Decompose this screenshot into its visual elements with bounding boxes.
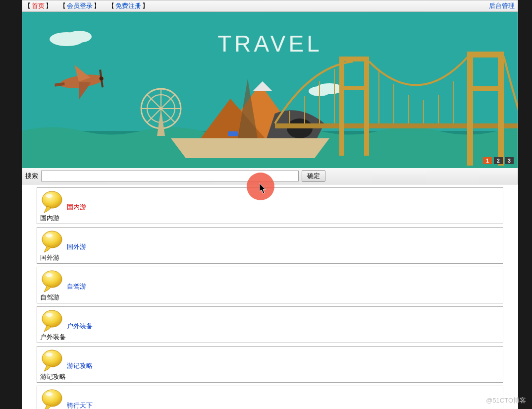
category-item: 游记攻略 游记攻略 bbox=[37, 346, 503, 383]
category-link[interactable]: 游记攻略 bbox=[67, 361, 93, 370]
chat-bubble-icon bbox=[40, 349, 65, 372]
svg-point-49 bbox=[46, 273, 53, 277]
category-link[interactable]: 国内游 bbox=[67, 203, 86, 212]
chat-bubble-icon bbox=[40, 309, 65, 333]
nav-left: 【首页】 【会员登录】 【免费注册】 bbox=[24, 1, 488, 10]
nav-admin[interactable]: 后台管理 bbox=[489, 2, 515, 9]
banner-title: TRAVEL bbox=[217, 31, 322, 57]
search-bar: 搜索 确定 bbox=[22, 168, 518, 184]
svg-point-48 bbox=[42, 271, 62, 288]
svg-rect-31 bbox=[498, 52, 504, 166]
watermark: @51CTO博客 bbox=[486, 396, 526, 405]
svg-point-3 bbox=[67, 31, 92, 43]
page-root: 【首页】 【会员登录】 【免费注册】 后台管理 bbox=[0, 0, 532, 409]
svg-rect-26 bbox=[339, 57, 344, 156]
banner-page-1[interactable]: 1 bbox=[483, 157, 492, 164]
svg-rect-27 bbox=[364, 57, 369, 156]
svg-point-54 bbox=[42, 390, 62, 407]
svg-rect-32 bbox=[467, 52, 504, 58]
nav-login[interactable]: 会员登录 bbox=[67, 2, 93, 9]
nav-home[interactable]: 首页 bbox=[32, 2, 45, 9]
chat-bubble-icon bbox=[40, 230, 65, 253]
svg-point-52 bbox=[42, 350, 62, 367]
hero-banner: TRAVEL 1 2 3 bbox=[22, 12, 518, 168]
app-frame: 【首页】 【会员登录】 【免费注册】 后台管理 bbox=[22, 0, 518, 409]
chat-bubble-icon bbox=[40, 388, 65, 409]
svg-point-46 bbox=[42, 231, 62, 248]
svg-point-47 bbox=[46, 234, 53, 237]
chat-bubble-icon bbox=[40, 190, 65, 214]
banner-illustration: TRAVEL bbox=[22, 12, 518, 168]
svg-point-55 bbox=[46, 392, 53, 396]
svg-rect-24 bbox=[228, 131, 238, 136]
svg-rect-29 bbox=[339, 86, 369, 90]
category-label: 户外装备 bbox=[40, 333, 500, 342]
category-item: 骑行天下 骑行天下 bbox=[37, 386, 503, 409]
svg-rect-25 bbox=[275, 123, 518, 128]
svg-rect-28 bbox=[339, 57, 369, 61]
banner-pager: 1 2 3 bbox=[483, 157, 514, 164]
banner-page-2[interactable]: 2 bbox=[494, 157, 503, 164]
svg-rect-30 bbox=[467, 52, 473, 166]
category-link[interactable]: 户外装备 bbox=[67, 322, 93, 331]
search-label: 搜索 bbox=[25, 172, 38, 180]
svg-rect-33 bbox=[467, 86, 504, 91]
category-item: 国外游 国外游 bbox=[37, 227, 503, 264]
chat-bubble-icon bbox=[40, 269, 65, 293]
top-nav: 【首页】 【会员登录】 【免费注册】 后台管理 bbox=[22, 0, 518, 12]
category-link[interactable]: 自驾游 bbox=[67, 282, 86, 291]
category-label: 国外游 bbox=[40, 253, 500, 262]
search-input[interactable] bbox=[41, 171, 299, 181]
svg-point-51 bbox=[46, 313, 53, 317]
category-item: 户外装备 户外装备 bbox=[37, 306, 503, 343]
category-item: 自驾游 自驾游 bbox=[37, 267, 503, 303]
category-label: 游记攻略 bbox=[40, 372, 500, 381]
svg-point-50 bbox=[42, 310, 62, 327]
nav-register[interactable]: 免费注册 bbox=[115, 2, 141, 9]
banner-page-3[interactable]: 3 bbox=[505, 157, 514, 164]
svg-point-45 bbox=[46, 194, 53, 198]
category-link[interactable]: 国外游 bbox=[67, 242, 86, 251]
svg-point-44 bbox=[42, 191, 62, 208]
nav-right: 后台管理 bbox=[488, 1, 516, 10]
category-label: 国内游 bbox=[40, 214, 500, 223]
search-submit-button[interactable]: 确定 bbox=[302, 170, 325, 182]
svg-point-53 bbox=[46, 352, 53, 356]
category-list: 国内游 国内游 国外游 国外游 自驾游 自驾游 bbox=[22, 184, 518, 409]
category-item: 国内游 国内游 bbox=[37, 187, 503, 224]
category-link[interactable]: 骑行天下 bbox=[67, 401, 93, 409]
category-label: 自驾游 bbox=[40, 293, 500, 302]
